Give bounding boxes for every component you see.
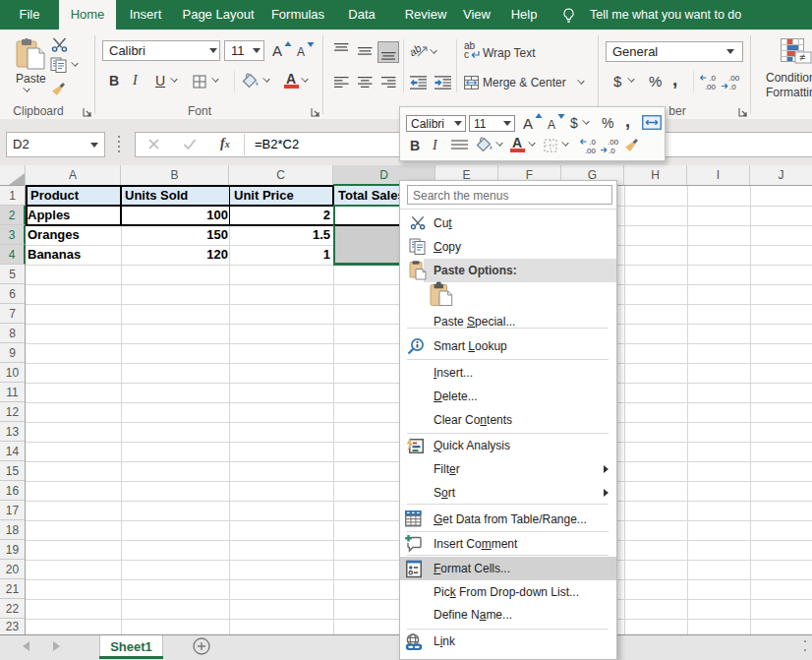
svg-text:.0: .0 bbox=[609, 147, 615, 154]
svg-text:≠: ≠ bbox=[799, 51, 805, 63]
svg-text:.00: .00 bbox=[705, 83, 717, 90]
svg-text:.0: .0 bbox=[729, 83, 736, 90]
svg-text:.00: .00 bbox=[585, 147, 597, 154]
